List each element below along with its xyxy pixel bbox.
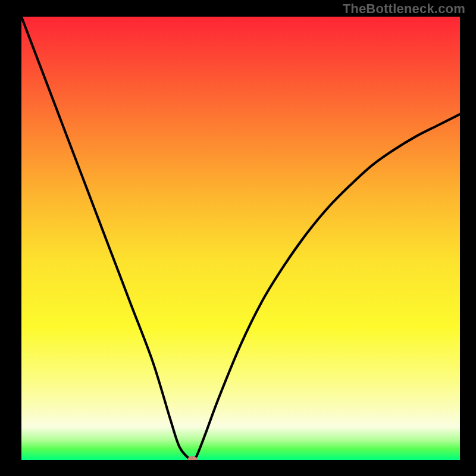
gradient-background — [21, 17, 460, 460]
watermark-text: TheBottleneck.com — [343, 1, 465, 17]
bottleneck-chart — [21, 17, 460, 460]
chart-container: { "watermark": "TheBottleneck.com", "col… — [0, 0, 476, 476]
